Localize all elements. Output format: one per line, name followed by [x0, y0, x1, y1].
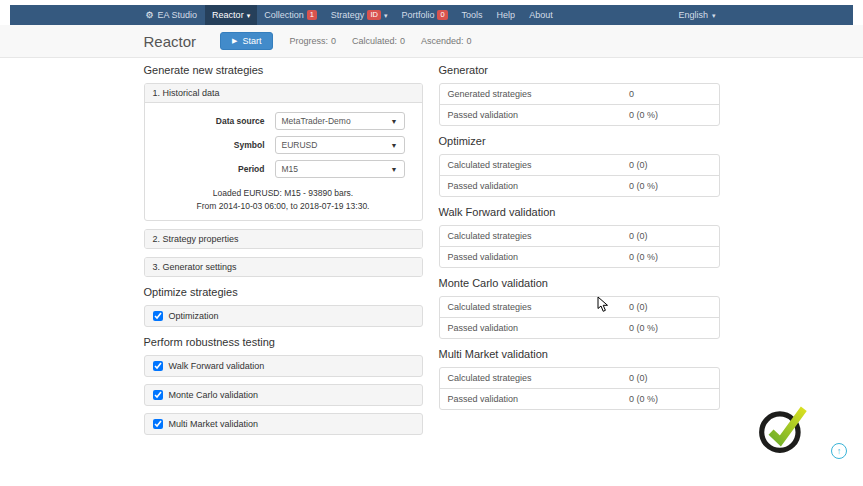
- chevron-down-icon: ▾: [247, 12, 251, 19]
- multi-market-checkbox[interactable]: [153, 419, 163, 429]
- start-button[interactable]: ▶ Start: [220, 32, 273, 50]
- historical-data-panel-header[interactable]: 1. Historical data: [145, 84, 422, 102]
- symbol-select[interactable]: EURUSD ▼: [275, 136, 405, 154]
- nav-tools-label: Tools: [462, 10, 483, 20]
- table-row: Calculated strategies 0 (0): [440, 155, 719, 176]
- generator-stats-table: Generated strategies 0 Passed validation…: [439, 83, 720, 126]
- language-label: English: [678, 10, 708, 20]
- chevron-down-icon: ▼: [391, 142, 398, 149]
- period-value: M15: [282, 164, 299, 174]
- nav-item-tools[interactable]: Tools: [455, 5, 490, 25]
- strategy-properties-panel-header[interactable]: 2. Strategy properties: [145, 230, 422, 248]
- chevron-down-icon: ▾: [384, 12, 388, 19]
- table-row: Calculated strategies 0 (0): [440, 226, 719, 247]
- nav-collection-label: Collection: [264, 10, 304, 20]
- loaded-data-summary: Loaded EURUSD: M15 - 93890 bars. From 20…: [153, 187, 414, 213]
- page-title: Reactor: [144, 33, 197, 50]
- optimizer-stats-table: Calculated strategies 0 (0) Passed valid…: [439, 154, 720, 197]
- generate-strategies-heading: Generate new strategies: [144, 64, 423, 76]
- optimization-toggle-row[interactable]: Optimization: [144, 305, 423, 327]
- stat-value: 0 (0 %): [629, 394, 711, 404]
- gear-icon: ⚙: [146, 10, 154, 20]
- scroll-to-top-button[interactable]: ↑: [831, 443, 847, 459]
- table-row: Passed validation 0 (0 %): [440, 247, 719, 267]
- stat-label: Passed validation: [448, 394, 629, 404]
- strategy-properties-panel: 2. Strategy properties: [144, 229, 423, 249]
- nav-about-label: About: [529, 10, 553, 20]
- settings-column: Generate new strategies 1. Historical da…: [144, 57, 423, 442]
- period-label: Period: [153, 164, 275, 174]
- stat-label: Passed validation: [448, 252, 629, 262]
- generator-settings-panel: 3. Generator settings: [144, 257, 423, 277]
- play-icon: ▶: [232, 37, 237, 45]
- ascended-label: Ascended:: [421, 36, 464, 46]
- stat-label: Calculated strategies: [448, 302, 629, 312]
- progress-label: Progress:: [289, 36, 328, 46]
- nav-item-portfolio[interactable]: Portfolio 0: [394, 5, 454, 25]
- stat-value: 0 (0 %): [629, 181, 711, 191]
- walk-forward-checkbox[interactable]: [153, 361, 163, 371]
- multi-market-stats-table: Calculated strategies 0 (0) Passed valid…: [439, 367, 720, 410]
- multi-market-label: Multi Market validation: [169, 419, 259, 429]
- symbol-label: Symbol: [153, 140, 275, 150]
- walk-forward-label: Walk Forward validation: [169, 361, 265, 371]
- nav-portfolio-label: Portfolio: [401, 10, 434, 20]
- robustness-testing-heading: Perform robustness testing: [144, 336, 423, 348]
- language-dropdown[interactable]: English ▾: [678, 10, 719, 20]
- data-source-label: Data source: [153, 116, 275, 126]
- walk-forward-section-heading: Walk Forward validation: [439, 206, 720, 218]
- table-row: Passed validation 0 (0 %): [440, 389, 719, 409]
- portfolio-count-badge: 0: [437, 10, 447, 20]
- progress-value: 0: [331, 36, 336, 46]
- table-row: Passed validation 0 (0 %): [440, 318, 719, 338]
- optimization-checkbox[interactable]: [153, 311, 163, 321]
- stat-value: 0: [629, 89, 711, 99]
- ea-studio-logo: [757, 402, 809, 454]
- main-content: Generate new strategies 1. Historical da…: [0, 57, 863, 486]
- chevron-down-icon: ▼: [391, 166, 398, 173]
- page-header-bar: Reactor ▶ Start Progress: 0 Calculated: …: [0, 25, 863, 58]
- stat-label: Calculated strategies: [448, 231, 629, 241]
- stat-value: 0 (0): [629, 160, 711, 170]
- monte-carlo-toggle-row[interactable]: Monte Carlo validation: [144, 384, 423, 406]
- multi-market-section-heading: Multi Market validation: [439, 348, 720, 360]
- monte-carlo-checkbox[interactable]: [153, 390, 163, 400]
- nav-item-collection[interactable]: Collection 1: [257, 5, 324, 25]
- arrow-up-icon: ↑: [837, 446, 842, 456]
- nav-item-about[interactable]: About: [522, 5, 560, 25]
- generator-settings-panel-header[interactable]: 3. Generator settings: [145, 258, 422, 276]
- data-source-value: MetaTrader-Demo: [282, 116, 351, 126]
- walk-forward-toggle-row[interactable]: Walk Forward validation: [144, 355, 423, 377]
- stat-label: Passed validation: [448, 181, 629, 191]
- data-source-select[interactable]: MetaTrader-Demo ▼: [275, 112, 405, 130]
- calculated-label: Calculated:: [352, 36, 397, 46]
- period-select[interactable]: M15 ▼: [275, 160, 405, 178]
- generator-section-heading: Generator: [439, 64, 720, 76]
- progress-stats: Progress: 0 Calculated: 0 Ascended: 0: [289, 36, 471, 46]
- loaded-data-line2: From 2014-10-03 06:00, to 2018-07-19 13:…: [153, 200, 414, 213]
- stat-value: 0 (0 %): [629, 323, 711, 333]
- stat-value: 0 (0): [629, 373, 711, 383]
- stat-value: 0 (0): [629, 231, 711, 241]
- table-row: Calculated strategies 0 (0): [440, 368, 719, 389]
- stat-value: 0 (0 %): [629, 252, 711, 262]
- brand-link[interactable]: ⚙ EA Studio: [144, 10, 206, 20]
- nav-item-help[interactable]: Help: [490, 5, 523, 25]
- nav-item-reactor[interactable]: Reactor ▾: [205, 5, 257, 25]
- symbol-value: EURUSD: [282, 140, 318, 150]
- loaded-data-line1: Loaded EURUSD: M15 - 93890 bars.: [153, 187, 414, 200]
- historical-data-panel-body: Data source MetaTrader-Demo ▼ Symbol EUR…: [145, 102, 422, 220]
- stat-label: Calculated strategies: [448, 160, 629, 170]
- results-column: Generator Generated strategies 0 Passed …: [439, 57, 720, 442]
- nav-reactor-label: Reactor: [212, 10, 244, 20]
- start-button-label: Start: [242, 36, 261, 46]
- optimizer-section-heading: Optimizer: [439, 135, 720, 147]
- nav-item-strategy[interactable]: Strategy ID ▾: [324, 5, 395, 25]
- table-row: Passed validation 0 (0 %): [440, 105, 719, 125]
- monte-carlo-section-heading: Monte Carlo validation: [439, 277, 720, 289]
- stat-label: Passed validation: [448, 323, 629, 333]
- monte-carlo-stats-table: Calculated strategies 0 (0) Passed valid…: [439, 296, 720, 339]
- optimization-label: Optimization: [169, 311, 219, 321]
- brand-label: EA Studio: [158, 10, 198, 20]
- multi-market-toggle-row[interactable]: Multi Market validation: [144, 413, 423, 435]
